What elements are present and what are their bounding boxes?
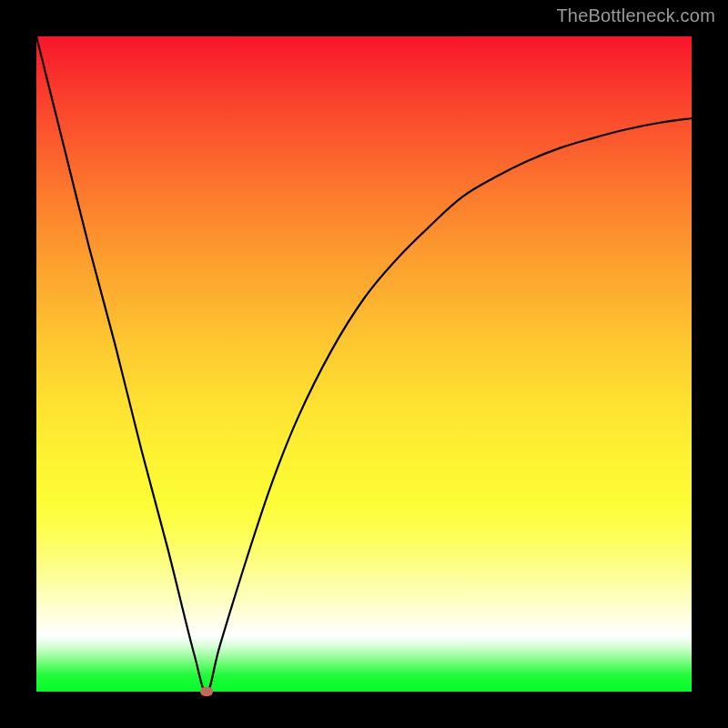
vertex-marker: [200, 687, 213, 696]
watermark-text: TheBottleneck.com: [556, 5, 715, 26]
curve-svg: [36, 36, 692, 692]
plot-area: [36, 36, 692, 692]
bottleneck-curve: [36, 36, 692, 692]
chart-frame: TheBottleneck.com: [0, 0, 728, 728]
